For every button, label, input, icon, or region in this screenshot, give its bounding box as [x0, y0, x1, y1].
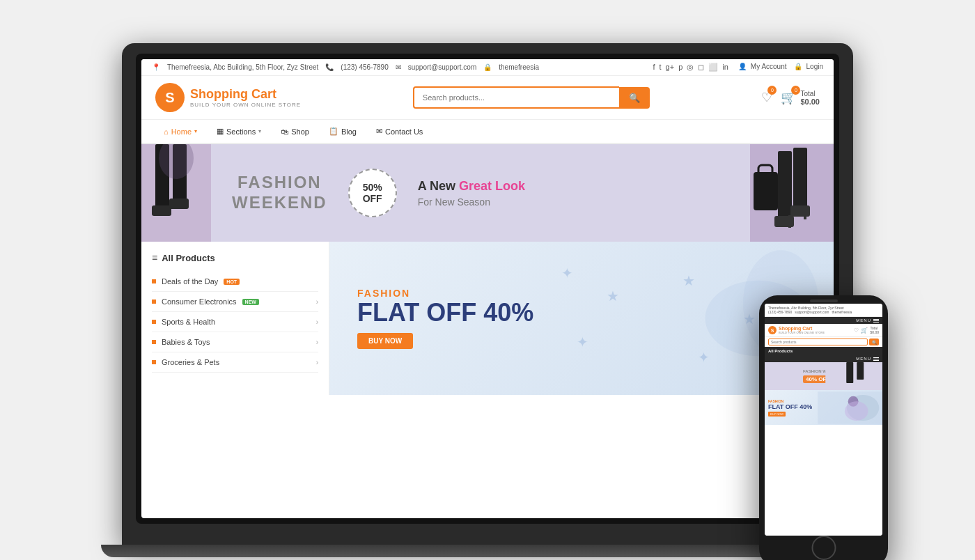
- svg-rect-7: [778, 151, 792, 217]
- hero-legs-left-svg: [141, 144, 211, 242]
- laptop-base: [101, 545, 874, 557]
- svg-rect-13: [754, 172, 778, 210]
- google-plus-icon[interactable]: g+: [666, 63, 675, 72]
- nav-home[interactable]: ⌂ Home ▾: [155, 120, 205, 143]
- svg-rect-11: [788, 215, 791, 228]
- my-account-link[interactable]: My Account: [751, 63, 787, 72]
- hero-banner: FASHION WEEKEND 50% OFF: [141, 144, 834, 242]
- nav-blog[interactable]: 📋 Blog: [320, 120, 365, 143]
- star-3: ✦: [577, 334, 588, 350]
- address-text: Themefreesia, Abc Building, 5th Floor, Z…: [167, 63, 318, 71]
- nav-sections[interactable]: ▦ Sections ▾: [208, 120, 270, 143]
- twitter-icon[interactable]: t: [660, 63, 662, 72]
- wishlist-badge: 0: [767, 86, 777, 95]
- sidebar-label-deals: Deals of the Day: [162, 277, 218, 286]
- sidebar-arrow-babies: ›: [316, 339, 318, 346]
- phone-promo-svg: [818, 390, 882, 425]
- sidebar-dot-groceries: [152, 360, 156, 364]
- phone-promo-button[interactable]: BUY NOW: [768, 412, 786, 417]
- search-button[interactable]: 🔍: [619, 87, 650, 109]
- sidebar-arrow-electronics: ›: [316, 298, 318, 306]
- linkedin-icon[interactable]: in: [722, 63, 728, 72]
- sidebar-label-groceries: Groceries & Pets: [162, 358, 219, 366]
- sidebar-label-sports: Sports & Health: [162, 318, 215, 326]
- nav-shop[interactable]: 🛍 Shop: [272, 120, 318, 143]
- search-input[interactable]: [413, 86, 619, 109]
- star-2: ★: [607, 288, 619, 304]
- hero-text-left: FASHION WEEKEND: [232, 173, 327, 213]
- laptop-device: 📍 Themefreesia, Abc Building, 5th Floor,…: [122, 43, 853, 545]
- sidebar-item-deals[interactable]: Deals of the Day HOT: [152, 272, 318, 292]
- navbar: ⌂ Home ▾ ▦ Sections ▾ 🛍 Sho: [141, 120, 834, 144]
- wishlist-wrapper: ♡ 0: [761, 90, 772, 105]
- cart-icon-wrapper: 🛒 0: [781, 90, 796, 105]
- sidebar-menu-icon: ≡: [152, 252, 157, 263]
- login-link[interactable]: Login: [806, 63, 823, 72]
- sidebar-item-electronics[interactable]: Consumer Electronics NEW ›: [152, 292, 318, 312]
- tag-new: NEW: [242, 299, 259, 305]
- svg-rect-4: [169, 199, 189, 209]
- social-icons: f t g+ p ◎ ◻ ⬜ in 👤 My Account 🔒: [653, 63, 823, 72]
- hero-badge-off: OFF: [363, 193, 382, 204]
- sidebar-item-groceries[interactable]: Groceries & Pets ›: [152, 352, 318, 373]
- svg-point-23: [845, 401, 868, 421]
- phone-screen: Themefreesia, Abc Building, 5th Floor, Z…: [765, 304, 882, 536]
- flickr-icon[interactable]: ⬜: [708, 63, 718, 72]
- promo-content: FASHION FLAT OFF 40% BUY NOW: [357, 288, 533, 350]
- laptop-bezel: 📍 Themefreesia, Abc Building, 5th Floor,…: [136, 54, 839, 524]
- phone-logo-icon: S: [768, 326, 777, 334]
- hero-subtitle: A New Great Look: [418, 179, 729, 194]
- sidebar-dot-electronics: [152, 300, 156, 304]
- hero-title-line2: WEEKEND: [232, 193, 327, 212]
- search-area: 🔍: [413, 86, 650, 109]
- sidebar-item-babies[interactable]: Babies & Toys ›: [152, 332, 318, 352]
- nav-contact[interactable]: ✉ Contact Us: [368, 120, 431, 143]
- svg-rect-3: [152, 205, 171, 216]
- nav-sections-arrow: ▾: [258, 128, 261, 134]
- sidebar-label-babies: Babies & Toys: [162, 338, 210, 346]
- phone-home-button[interactable]: [811, 536, 836, 560]
- website-text: themefreesia: [499, 63, 539, 71]
- scene: 📍 Themefreesia, Abc Building, 5th Floor,…: [14, 14, 961, 560]
- phone-phone-text: (123) 456-7890: [768, 310, 792, 314]
- sidebar-item-sports-left: Sports & Health: [152, 318, 215, 326]
- svg-rect-12: [804, 210, 806, 219]
- cart-total-label: Total: [800, 90, 815, 98]
- sidebar-dot-sports: [152, 320, 156, 324]
- hero-title: FASHION WEEKEND: [232, 173, 327, 213]
- phone-promo-big: FLAT OFF 40%: [768, 403, 812, 410]
- phone-logo: S Shopping Cart BUILD YOUR OWN ONLINE ST…: [768, 326, 825, 334]
- sidebar-dot-deals: [152, 279, 156, 283]
- sections-icon: ▦: [217, 127, 224, 136]
- hero-subtitle-b: Great Look: [459, 179, 525, 193]
- phone-all-products-label: All Products: [768, 349, 793, 353]
- hero-right-svg: [750, 144, 834, 242]
- cart-area[interactable]: 🛒 0 Total $0.00: [781, 90, 820, 106]
- cart-badge: 0: [791, 86, 800, 95]
- svg-rect-10: [790, 205, 810, 217]
- logo-subtitle: BUILD YOUR OWN ONLINE STORE: [190, 102, 301, 108]
- logo-title[interactable]: Shopping Cart: [190, 87, 301, 102]
- facebook-icon[interactable]: f: [653, 63, 655, 72]
- nav-home-arrow: ▾: [194, 128, 197, 134]
- home-icon: ⌂: [164, 127, 169, 136]
- sidebar-item-deals-left: Deals of the Day HOT: [152, 277, 240, 286]
- promo-label: FASHION: [357, 288, 533, 299]
- logo-area: S Shopping Cart BUILD YOUR OWN ONLINE ST…: [155, 83, 301, 112]
- dribbble-icon[interactable]: ◎: [687, 63, 694, 72]
- sidebar-item-sports[interactable]: Sports & Health ›: [152, 312, 318, 332]
- promo-buy-button[interactable]: BUY NOW: [357, 333, 413, 349]
- hero-desc: For New Season: [418, 196, 729, 208]
- phone-promo: FASHION FLAT OFF 40% BUY NOW: [765, 390, 882, 425]
- pinterest-icon[interactable]: p: [678, 63, 682, 72]
- laptop-outer: 📍 Themefreesia, Abc Building, 5th Floor,…: [122, 43, 853, 545]
- sidebar-label-electronics: Consumer Electronics: [162, 297, 237, 306]
- hero-right-image: [750, 144, 834, 242]
- top-bar-left: 📍 Themefreesia, Abc Building, 5th Floor,…: [152, 63, 644, 71]
- phone-website: Themefreesia, Abc Building, 5th Floor, Z…: [765, 304, 882, 536]
- promo-big-text: FLAT OFF 40%: [357, 299, 533, 327]
- top-bar: 📍 Themefreesia, Abc Building, 5th Floor,…: [141, 59, 834, 76]
- laptop-screen: 📍 Themefreesia, Abc Building, 5th Floor,…: [141, 59, 834, 518]
- nav-shop-label: Shop: [291, 127, 309, 136]
- instagram-icon[interactable]: ◻: [698, 63, 704, 72]
